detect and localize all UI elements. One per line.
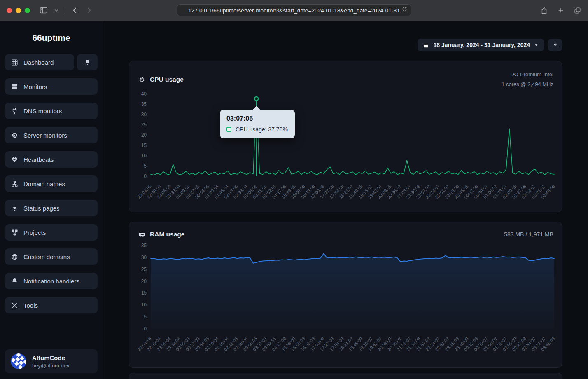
user-email: hey@altum.dev [32,363,70,369]
cpu-icon [138,76,145,83]
card-title: CPU usage [150,76,184,83]
bell-icon [84,59,91,66]
chart-tooltip: 03:07:05 CPU usage: 37.70% [220,110,295,138]
sidebar-item-tools[interactable]: Tools [5,297,98,313]
sidebar-item-projects[interactable]: Projects [5,224,98,241]
tools-icon [11,302,18,309]
sidebar-item-label: Status pages [23,205,60,212]
export-button[interactable] [548,39,562,51]
sidebar-item-label: Heartbeats [23,156,54,163]
sidebar-item-label: Monitors [23,83,47,90]
calendar-icon [423,42,429,48]
cpu-usage-card: CPU usage DO-Premium-Intel 1 cores @ 2,4… [129,61,562,212]
ram-x-axis: 22:04:5622:39:0423:06:0423:33:0400:00:05… [151,333,554,363]
browser-chrome: 127.0.0.1/66uptime/server-monitor/3&star… [0,0,588,21]
sidebar-item-label: Dashboard [23,59,54,66]
next-card-partial [129,373,562,379]
main-content: 18 January, 2024 - 31 January, 2024 CPU … [103,21,588,379]
chevron-down-icon[interactable] [54,8,59,13]
memory-icon [138,231,145,238]
reload-icon[interactable] [401,6,408,12]
series-marker-icon [226,127,231,132]
project-diagram-icon [11,229,18,236]
window-controls [7,8,30,13]
tooltip-value: CPU usage: 37.70% [236,126,288,133]
notifications-button[interactable] [77,54,98,70]
sidebar-item-label: Notification handlers [23,278,79,285]
cpu-icon [11,132,18,139]
sidebar-item-monitors[interactable]: Monitors [5,78,98,95]
sidebar-item-label: Server monitors [23,132,67,139]
brand-logo: 66uptime [5,21,98,43]
wifi-icon [11,205,18,212]
user-name: AltumCode [32,354,70,361]
toolbar-divider [65,7,65,14]
caret-down-icon [534,43,539,47]
sidebar-item-notification-handlers[interactable]: Notification handlers [5,273,98,289]
ram-total: 583 MB / 1,971 MB [504,230,553,239]
zoom-window-button[interactable] [25,8,30,13]
server-icon [11,83,18,90]
sidebar-nav: Dashboard Monitors DNS monitors Server m… [5,54,98,321]
sidebar-item-label: DNS monitors [23,108,62,115]
address-bar[interactable]: 127.0.0.1/66uptime/server-monitor/3&star… [177,4,411,16]
sidebar-item-dashboard[interactable]: Dashboard [5,54,74,70]
sidebar: 66uptime Dashboard Monitors DNS monitors [0,21,103,379]
sidebar-item-dns-monitors[interactable]: DNS monitors [5,103,98,119]
url-text: 127.0.0.1/66uptime/server-monitor/3&star… [188,7,400,14]
sidebar-toggle-icon[interactable] [39,6,48,15]
sitemap-icon [11,180,18,187]
grid-icon [11,59,18,66]
cpu-x-axis: 22:04:5622:39:0423:06:0423:33:0400:00:05… [151,180,554,210]
plug-icon [11,108,18,115]
server-specs: 1 cores @ 2,494 MHz [502,80,553,89]
user-card[interactable]: AltumCode hey@altum.dev [5,349,98,373]
avatar [11,353,26,369]
sidebar-item-custom-domains[interactable]: Custom domains [5,248,98,265]
globe-icon [11,253,18,260]
sidebar-item-heartbeats[interactable]: Heartbeats [5,151,98,168]
tab-overview-icon[interactable] [574,7,581,14]
cpu-chart[interactable]: 4035302520151050 22:04:5622:39:0423:06:0… [151,94,554,176]
sidebar-item-label: Tools [23,302,38,309]
close-window-button[interactable] [7,8,12,13]
share-icon[interactable] [540,7,548,14]
new-tab-icon[interactable] [557,7,565,14]
download-icon [552,42,558,48]
minimize-window-button[interactable] [16,8,21,13]
heart-pulse-icon [11,156,18,163]
sidebar-item-label: Custom domains [23,253,70,260]
date-range-label: 18 January, 2024 - 31 January, 2024 [433,42,530,48]
server-plan: DO-Premium-Intel [502,70,553,80]
forward-button[interactable] [85,6,93,14]
sidebar-item-server-monitors[interactable]: Server monitors [5,127,98,143]
cpu-y-axis: 4035302520151050 [129,94,147,176]
sidebar-item-domain-names[interactable]: Domain names [5,175,98,192]
ram-chart[interactable]: 35302520151050 22:04:5622:39:0423:06:042… [151,246,554,329]
ram-usage-card: RAM usage 583 MB / 1,971 MB 353025201510… [129,222,562,368]
bell-icon [11,278,18,285]
card-title: RAM usage [150,231,184,238]
ram-y-axis: 35302520151050 [129,246,147,329]
date-range-picker[interactable]: 18 January, 2024 - 31 January, 2024 [418,39,544,51]
tooltip-time: 03:07:05 [226,115,288,122]
back-button[interactable] [71,6,79,14]
sidebar-item-status-pages[interactable]: Status pages [5,200,98,216]
sidebar-item-label: Domain names [23,180,65,187]
sidebar-item-label: Projects [23,229,46,236]
